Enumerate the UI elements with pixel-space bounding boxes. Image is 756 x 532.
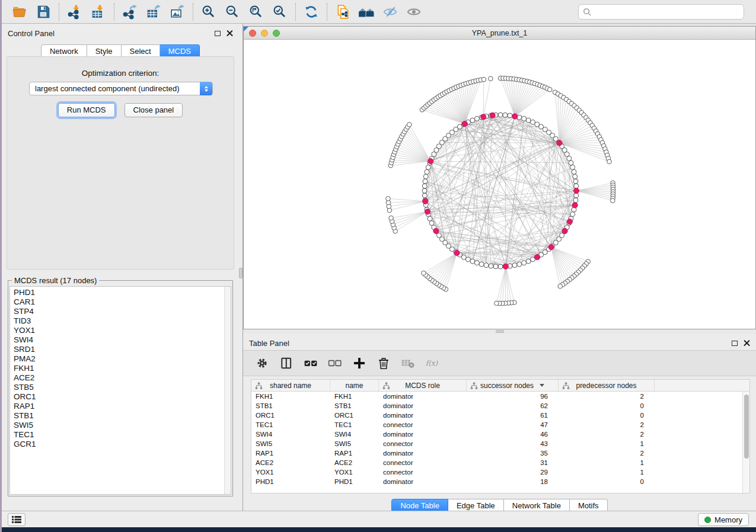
column-header-name[interactable]: name xyxy=(330,380,379,391)
settings-gear-icon[interactable] xyxy=(255,356,269,370)
show-all-icon[interactable] xyxy=(402,2,426,22)
table-cell[interactable]: dominator xyxy=(379,430,467,439)
table-cell[interactable]: connector xyxy=(379,420,467,430)
mcds-node-item[interactable]: YOX1 xyxy=(14,326,231,335)
table-cell[interactable]: connector xyxy=(379,439,467,448)
table-cell[interactable]: dominator xyxy=(379,477,467,486)
table-row[interactable]: SWI5SWI5connector431 xyxy=(251,439,749,448)
table-row[interactable]: TEC1TEC1connector472 xyxy=(251,420,749,430)
table-row[interactable]: ACE2ACE2connector311 xyxy=(251,458,749,467)
run-mcds-button[interactable]: Run MCDS xyxy=(58,103,115,117)
table-cell[interactable]: dominator xyxy=(379,411,467,420)
table-row[interactable]: PHD1PHD1dominator180 xyxy=(251,477,749,486)
mcds-node-item[interactable]: GCR1 xyxy=(14,440,231,449)
table-cell[interactable]: SWI4 xyxy=(251,430,330,439)
table-cell[interactable]: dominator xyxy=(379,401,467,411)
first-neighbors-icon[interactable] xyxy=(355,2,378,22)
import-table-icon[interactable] xyxy=(87,2,110,22)
float-panel-icon[interactable] xyxy=(732,341,738,346)
table-row[interactable]: ORC1ORC1dominator610 xyxy=(251,411,749,420)
export-network-icon[interactable] xyxy=(118,2,142,22)
hide-selected-icon[interactable] xyxy=(378,2,402,22)
mcds-node-item[interactable]: SWI4 xyxy=(14,335,231,345)
table-cell[interactable]: SWI5 xyxy=(330,439,379,448)
criterion-dropdown[interactable]: largest connected component (undirected) xyxy=(29,82,213,95)
table-cell[interactable]: 61 xyxy=(467,411,559,420)
table-cell[interactable]: FKH1 xyxy=(330,392,379,401)
mcds-node-item[interactable]: ORC1 xyxy=(14,392,231,402)
vertical-splitter[interactable] xyxy=(239,24,243,511)
table-cell[interactable]: 35 xyxy=(467,448,559,458)
column-header-shared-name[interactable]: shared name xyxy=(251,380,330,391)
network-graph[interactable] xyxy=(244,40,755,329)
table-cell[interactable]: dominator xyxy=(379,392,467,401)
zoom-fit-icon[interactable] xyxy=(244,2,268,22)
mcds-node-item[interactable]: SRD1 xyxy=(14,345,231,354)
scrollbar-thumb[interactable] xyxy=(744,395,749,459)
column-header-MCDS-role[interactable]: MCDS role xyxy=(379,380,467,391)
zoom-out-icon[interactable] xyxy=(221,2,244,22)
mcds-node-item[interactable]: STB5 xyxy=(14,383,231,392)
add-column-icon[interactable] xyxy=(352,356,366,370)
table-cell[interactable]: YOX1 xyxy=(330,467,379,477)
save-session-icon[interactable] xyxy=(31,2,55,22)
zoom-in-icon[interactable] xyxy=(197,2,221,22)
table-cell[interactable]: 47 xyxy=(467,420,559,430)
show-columns-icon[interactable] xyxy=(279,356,294,370)
table-cell[interactable]: TEC1 xyxy=(251,420,330,430)
mcds-node-item[interactable]: TEC1 xyxy=(14,430,231,440)
export-table-icon[interactable] xyxy=(142,2,165,22)
table-cell[interactable]: 1 xyxy=(559,467,655,477)
table-cell[interactable]: 2 xyxy=(559,430,655,439)
select-all-checkboxes-icon[interactable] xyxy=(304,356,318,370)
mcds-node-item[interactable]: FKH1 xyxy=(14,364,231,373)
scrollbar-track[interactable] xyxy=(742,392,749,493)
mcds-result-list[interactable]: PHD1CAR1STP4TID3YOX1SWI4SRD1PMA2FKH1ACE2… xyxy=(9,286,231,495)
table-cell[interactable]: 2 xyxy=(559,392,655,401)
table-cell[interactable]: 31 xyxy=(467,458,559,467)
mcds-node-item[interactable]: RAP1 xyxy=(14,402,231,411)
table-cell[interactable]: 1 xyxy=(559,458,655,467)
table-cell[interactable]: STB1 xyxy=(251,401,330,411)
table-cell[interactable]: SWI4 xyxy=(330,430,379,439)
table-cell[interactable]: 62 xyxy=(467,401,559,411)
mcds-node-item[interactable]: ACE2 xyxy=(14,373,231,383)
table-cell[interactable]: dominator xyxy=(379,448,467,458)
zoom-selected-icon[interactable] xyxy=(268,2,292,22)
memory-button[interactable]: Memory xyxy=(698,513,749,526)
table-cell[interactable]: 96 xyxy=(467,392,559,401)
table-row[interactable]: FKH1FKH1dominator962 xyxy=(251,392,749,401)
table-cell[interactable]: 0 xyxy=(559,401,655,411)
search-input[interactable] xyxy=(578,4,744,20)
splitter-handle[interactable] xyxy=(239,268,243,278)
table-cell[interactable]: 18 xyxy=(467,477,559,486)
table-cell[interactable]: RAP1 xyxy=(330,448,379,458)
scrollbar-track[interactable] xyxy=(224,287,231,494)
close-panel-icon[interactable] xyxy=(744,340,750,347)
table-cell[interactable]: ACE2 xyxy=(330,458,379,467)
mcds-node-item[interactable]: CAR1 xyxy=(14,297,231,307)
table-row[interactable]: YOX1YOX1connector291 xyxy=(251,467,749,477)
table-cell[interactable]: 46 xyxy=(467,430,559,439)
float-panel-icon[interactable] xyxy=(215,31,221,36)
table-cell[interactable]: 0 xyxy=(559,477,655,486)
table-row[interactable]: STB1STB1dominator620 xyxy=(251,401,749,411)
table-cell[interactable]: connector xyxy=(379,458,467,467)
network-canvas[interactable] xyxy=(244,40,755,329)
close-panel-button[interactable]: Close panel xyxy=(125,103,183,117)
close-panel-icon[interactable] xyxy=(227,30,233,37)
table-cell[interactable]: 43 xyxy=(467,439,559,448)
export-image-icon[interactable] xyxy=(165,2,189,22)
task-history-button[interactable] xyxy=(8,513,25,526)
sort-desc-icon[interactable] xyxy=(540,384,544,387)
table-cell[interactable]: STB1 xyxy=(330,401,379,411)
table-cell[interactable]: PHD1 xyxy=(251,477,330,486)
column-header-predecessor-nodes[interactable]: predecessor nodes xyxy=(559,380,655,391)
table-cell[interactable]: TEC1 xyxy=(330,420,379,430)
mcds-node-item[interactable]: PHD1 xyxy=(14,288,231,297)
table-cell[interactable]: ORC1 xyxy=(330,411,379,420)
splitter-handle[interactable] xyxy=(496,330,504,333)
table-cell[interactable]: ORC1 xyxy=(251,411,330,420)
table-cell[interactable]: 0 xyxy=(559,411,655,420)
table-cell[interactable]: 1 xyxy=(559,439,655,448)
